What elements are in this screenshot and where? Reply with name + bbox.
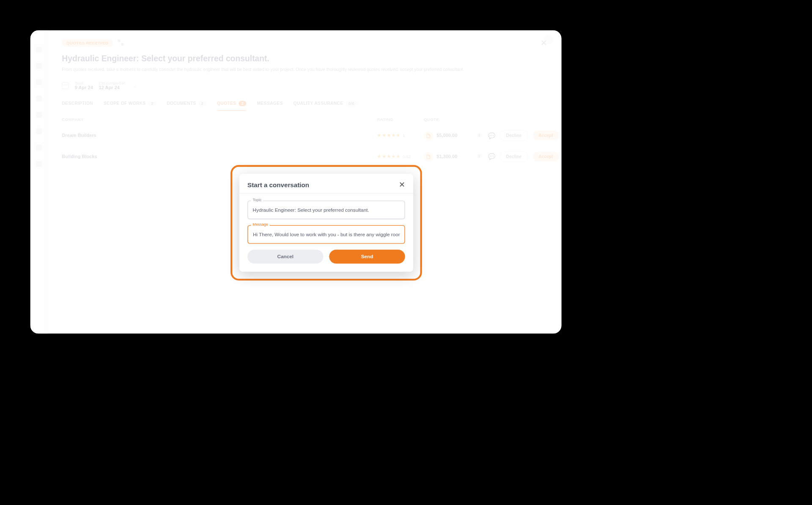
rating-cell: ★★★★★ 0.52: [377, 154, 423, 159]
tab-label: QUALITY ASSURANCE: [293, 101, 343, 106]
star-icon: ★★★★★: [377, 154, 400, 159]
start-value: 9 Apr 24: [75, 85, 93, 90]
tab-badge: 0/4: [346, 101, 357, 106]
app-window: QUOTES RECEIVED ✕ Hydraulic Engineer: Se…: [30, 30, 562, 334]
tab-scope[interactable]: SCOPE OF WORKS2: [104, 101, 156, 110]
end-value: 12 Apr 24: [99, 85, 126, 90]
sidebar-icon[interactable]: [36, 46, 42, 52]
sidebar-icon[interactable]: [36, 145, 42, 150]
topic-input[interactable]: [247, 201, 405, 219]
tab-quality-assurance[interactable]: QUALITY ASSURANCE0/4: [293, 101, 357, 110]
tab-label: DOCUMENTS: [167, 101, 196, 106]
th-quote: QUOTE: [424, 117, 447, 122]
topic-field-wrapper: Topic: [247, 201, 405, 219]
th-company: COMPANY: [62, 117, 377, 122]
message-label: Message: [251, 222, 270, 227]
th-rating: RATING: [377, 117, 423, 122]
rating-count: 1: [403, 134, 405, 138]
sidebar-icon[interactable]: [36, 161, 42, 167]
company-name: Dream Builders: [62, 133, 377, 138]
rating-count: 0.52: [403, 155, 411, 159]
status-badge: QUOTES RECEIVED: [62, 39, 113, 46]
chevron-down-icon[interactable]: ⌄: [133, 83, 137, 89]
decline-button[interactable]: Decline: [499, 130, 528, 141]
sidebar-icon[interactable]: [36, 128, 42, 134]
message-field-wrapper: Message: [247, 225, 405, 244]
close-icon[interactable]: ✕: [399, 181, 405, 188]
document-icon[interactable]: [424, 152, 433, 161]
tab-label: DESCRIPTION: [62, 101, 93, 106]
decline-button[interactable]: Decline: [499, 151, 528, 162]
accept-button[interactable]: Accept: [533, 152, 559, 161]
quote-cell: $5,000.00: [424, 131, 476, 140]
topic-label: Topic: [251, 198, 263, 202]
tab-label: SCOPE OF WORKS: [104, 101, 146, 106]
table-row: Dream Builders ★★★★★ 1 $5,000.00 👁 💬 Dec…: [62, 125, 547, 146]
tab-messages[interactable]: MESSAGES: [257, 101, 283, 110]
document-icon[interactable]: [424, 131, 433, 140]
send-button[interactable]: Send: [329, 250, 405, 264]
company-name: Building Blocks: [62, 154, 377, 159]
sidebar: [30, 30, 48, 334]
table-header: COMPANY RATING QUOTE: [62, 112, 547, 125]
cancel-button[interactable]: Cancel: [247, 250, 323, 264]
page-title: Hydraulic Engineer: Select your preferre…: [62, 54, 547, 63]
sidebar-icon[interactable]: [36, 63, 42, 69]
tab-label: QUOTES: [217, 101, 236, 106]
tab-badge: 2: [239, 101, 247, 106]
conversation-modal: Start a conversation ✕ Topic Message Can…: [230, 165, 422, 281]
tab-documents[interactable]: DOCUMENTS2: [167, 101, 206, 110]
table-row: Building Blocks ★★★★★ 0.52 $1,300.00 👁 💬…: [62, 146, 547, 167]
sidebar-icon[interactable]: [36, 96, 42, 101]
date-range[interactable]: Start 9 Apr 24 Est completion 12 Apr 24 …: [62, 81, 547, 90]
tab-badge: 2: [198, 101, 206, 106]
tab-description[interactable]: DESCRIPTION: [62, 101, 93, 110]
sidebar-icon[interactable]: [36, 79, 42, 85]
accept-button[interactable]: Accept: [533, 131, 559, 140]
star-icon: ★★★★★: [377, 133, 400, 138]
tab-quotes[interactable]: QUOTES2: [217, 101, 247, 110]
flow-icon[interactable]: [118, 40, 123, 46]
modal-title: Start a conversation: [247, 181, 309, 188]
page-subtitle: From quotes received, take a moment to c…: [62, 66, 482, 73]
divider: [239, 193, 413, 194]
price: $5,000.00: [436, 133, 457, 138]
tab-label: MESSAGES: [257, 101, 283, 106]
message-icon[interactable]: 💬: [488, 133, 495, 139]
price: $1,300.00: [436, 154, 457, 159]
message-icon[interactable]: 💬: [488, 153, 495, 160]
tabs: DESCRIPTION SCOPE OF WORKS2 DOCUMENTS2 Q…: [62, 101, 547, 112]
quote-cell: $1,300.00: [424, 152, 476, 161]
rating-cell: ★★★★★ 1: [377, 133, 423, 138]
panel-close-icon[interactable]: ✕: [540, 38, 548, 46]
message-input[interactable]: [247, 225, 405, 244]
view-icon[interactable]: 👁: [476, 153, 483, 160]
tab-badge: 2: [148, 101, 156, 106]
start-label: Start: [75, 81, 93, 85]
sidebar-icon[interactable]: [36, 112, 42, 118]
calendar-icon: [62, 82, 69, 90]
end-label: Est completion: [99, 81, 126, 85]
view-icon[interactable]: 👁: [476, 133, 483, 139]
